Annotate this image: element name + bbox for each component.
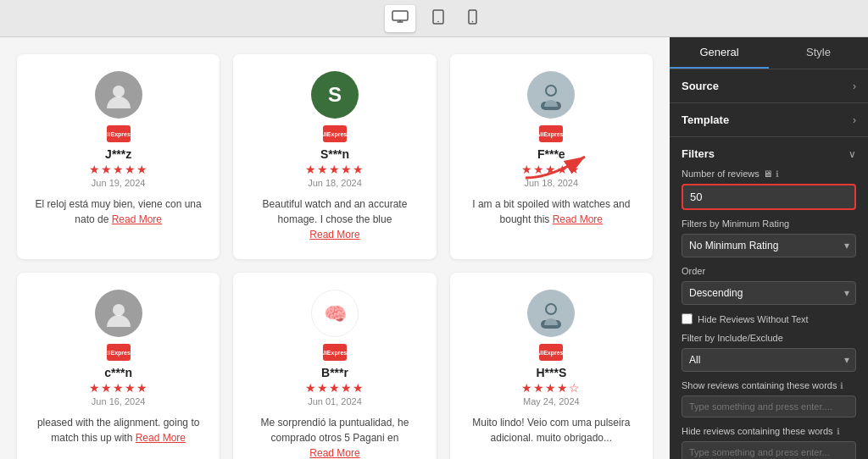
stars: ★★★★★	[305, 163, 364, 176]
hide-without-text-row: Hide Reviews Without Text	[682, 313, 856, 324]
avatar: 🧠	[311, 290, 359, 337]
review-card: 🧠 AliExpress B***r ★★★★★ Jun 01, 2024 Me…	[233, 273, 436, 459]
show-containing-label: Show reviews containing these words ℹ	[682, 380, 856, 390]
store-badge: AliExpress	[323, 344, 347, 361]
review-text: I am a bit spoiled with watches and boug…	[464, 196, 639, 227]
top-bar	[0, 0, 868, 37]
store-badge: AliExpress	[539, 125, 563, 142]
order-select-wrapper: Descending Ascending	[682, 281, 856, 305]
read-more-link[interactable]: Read More	[112, 213, 162, 225]
template-row[interactable]: Template ›	[682, 113, 856, 126]
svg-point-8	[547, 86, 555, 95]
stars: ★★★★★	[89, 163, 148, 176]
read-more-link[interactable]: Read More	[309, 229, 359, 241]
store-badge: AliExpress	[323, 125, 347, 142]
avatar: S	[311, 71, 359, 119]
rating-filter-group: Filters by Minimum Rating No Minimum Rat…	[682, 218, 856, 257]
svg-point-4	[471, 20, 473, 22]
review-date: Jun 18, 2024	[308, 178, 362, 188]
show-containing-input[interactable]	[682, 395, 856, 418]
order-select[interactable]: Descending Ascending	[682, 281, 856, 305]
reviewer-name: H***S	[536, 366, 566, 379]
reviewer-name: F***e	[537, 147, 565, 161]
include-exclude-select[interactable]: All Include Only Exclude Only	[682, 348, 856, 372]
filters-header[interactable]: Filters ∨	[682, 147, 856, 160]
hide-containing-group: Hide reviews containing these words ℹ	[682, 426, 856, 459]
source-title: Source	[682, 80, 719, 92]
reviews-grid: AliExpress J***z ★★★★★ Jun 19, 2024 El r…	[17, 54, 653, 459]
store-badge: AliExpress	[539, 344, 563, 361]
desktop-device-btn[interactable]	[385, 5, 415, 32]
svg-point-9	[113, 304, 125, 316]
hide-containing-input[interactable]	[682, 441, 856, 459]
avatar	[527, 71, 575, 119]
number-of-reviews-label: Number of reviews 🖥 ℹ	[682, 169, 856, 179]
mobile-device-btn[interactable]	[461, 4, 484, 33]
svg-point-14	[547, 305, 555, 313]
right-panel: General Style Source › Template › Filter…	[670, 37, 868, 459]
source-row[interactable]: Source ›	[682, 80, 856, 92]
template-section: Template ›	[670, 103, 868, 137]
review-date: May 24, 2024	[523, 396, 580, 406]
filters-section: Filters ∨ Number of reviews 🖥 ℹ Filters …	[670, 137, 868, 459]
review-card: AliExpress J***z ★★★★★ Jun 19, 2024 El r…	[17, 54, 220, 259]
show-containing-info-icon[interactable]: ℹ	[840, 381, 843, 390]
svg-point-5	[113, 86, 125, 97]
review-card: AliExpress H***S ★★★★☆ May 24, 2024 Muit…	[450, 273, 653, 459]
review-text: El reloj está muy bien, viene con una na…	[31, 196, 206, 227]
number-of-reviews-info-icon[interactable]: ℹ	[776, 169, 779, 179]
hide-containing-label: Hide reviews containing these words ℹ	[682, 426, 856, 436]
include-exclude-select-wrapper: All Include Only Exclude Only	[682, 348, 856, 372]
order-group: Order Descending Ascending	[682, 266, 856, 305]
read-more-link[interactable]: Read More	[136, 432, 186, 444]
hide-without-text-checkbox[interactable]	[682, 313, 693, 324]
reviewer-name: c***n	[104, 366, 132, 379]
source-chevron-icon: ›	[853, 80, 856, 92]
order-label: Order	[682, 266, 856, 276]
rating-filter-select-wrapper: No Minimum Rating	[682, 234, 856, 257]
include-exclude-group: Filter by Include/Exclude All Include On…	[682, 333, 856, 372]
read-more-link[interactable]: Read More	[309, 447, 359, 459]
review-date: Jun 18, 2024	[525, 178, 579, 188]
review-text: pleased with the alignment. going to mat…	[31, 415, 206, 445]
review-text: Me sorprendió la puntualidad, he comprad…	[247, 415, 422, 459]
stars: ★★★★☆	[521, 381, 581, 395]
store-badge: AliExpress	[107, 344, 131, 361]
store-badge: AliExpress	[107, 125, 131, 142]
tab-style[interactable]: Style	[769, 37, 868, 69]
panel-tabs: General Style	[670, 37, 868, 69]
avatar	[95, 290, 142, 337]
reviewer-name: B***r	[321, 366, 348, 379]
review-date: Jun 01, 2024	[308, 396, 362, 406]
review-date: Jun 16, 2024	[92, 396, 146, 406]
hide-containing-info-icon[interactable]: ℹ	[837, 427, 840, 436]
read-more-link[interactable]: Read More	[553, 213, 603, 225]
stars: ★★★★★	[305, 381, 364, 395]
svg-text:🧠: 🧠	[323, 302, 347, 325]
hide-without-text-label: Hide Reviews Without Text	[698, 314, 809, 324]
number-of-reviews-input[interactable]	[682, 184, 856, 210]
hide-without-text-group: Hide Reviews Without Text	[682, 313, 856, 324]
rating-filter-label: Filters by Minimum Rating	[682, 218, 856, 229]
tablet-device-btn[interactable]	[426, 4, 451, 33]
stars: ★★★★★	[521, 163, 581, 176]
review-card: AliExpress F***e ★★★★★ Jun 18, 2024 I am…	[450, 54, 653, 259]
include-exclude-label: Filter by Include/Exclude	[682, 333, 856, 343]
rating-filter-select[interactable]: No Minimum Rating	[682, 234, 856, 257]
template-title: Template	[682, 113, 729, 126]
svg-rect-0	[392, 11, 408, 20]
review-card: AliExpress c***n ★★★★★ Jun 16, 2024 plea…	[17, 273, 220, 459]
avatar	[95, 71, 142, 119]
filters-chevron-icon: ∨	[849, 148, 856, 160]
review-card: S AliExpress S***n ★★★★★ Jun 18, 2024 Be…	[233, 54, 436, 259]
show-containing-group: Show reviews containing these words ℹ	[682, 380, 856, 418]
main-content: AliExpress J***z ★★★★★ Jun 19, 2024 El r…	[0, 37, 868, 459]
stars: ★★★★★	[89, 381, 148, 395]
review-text: Beautiful watch and an accurate homage. …	[247, 196, 422, 242]
reviews-area: AliExpress J***z ★★★★★ Jun 19, 2024 El r…	[0, 37, 670, 459]
review-text: Muito lindo! Veio com uma pulseira adici…	[464, 415, 639, 445]
filters-title: Filters	[682, 147, 715, 160]
source-section: Source ›	[670, 69, 868, 103]
tab-general[interactable]: General	[670, 37, 769, 69]
reviewer-name: J***z	[105, 147, 131, 161]
